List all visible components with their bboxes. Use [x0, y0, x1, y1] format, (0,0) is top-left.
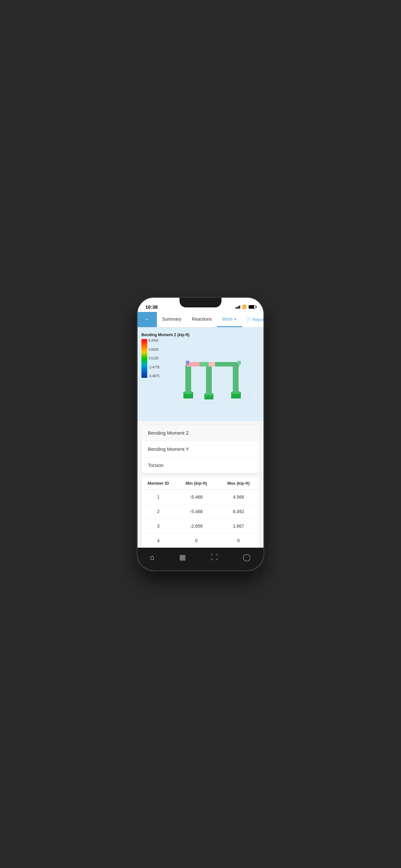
nav-tabs: Summary Reactions More ▼ — [157, 312, 242, 327]
report-icon: 📄 — [246, 317, 251, 322]
status-icons: 📶 — [235, 305, 256, 309]
back-button[interactable]: ← — [137, 312, 157, 327]
app-header: ← Summary Reactions More ▼ 📄 — [137, 312, 264, 328]
signal-icon — [235, 305, 240, 309]
cell-id-4: 4 — [142, 538, 175, 543]
table-row: 1 -5.468 4.566 — [142, 490, 259, 504]
cell-min-4: 0 — [175, 538, 218, 543]
nav-calculator[interactable]: ▦ — [179, 553, 186, 562]
bottom-nav: ⌂ ▦ ⛶ ◯ — [137, 548, 264, 570]
cell-max-1: 4.566 — [217, 494, 259, 500]
legend-bar: 6.4916 3.5018 0.5120 -2.4778 -5.4675 — [142, 339, 189, 378]
legend-val-2: 0.5120 — [149, 357, 159, 360]
cell-max-2: 6.492 — [217, 509, 259, 514]
wifi-icon: 📶 — [242, 305, 247, 309]
svg-line-10 — [249, 389, 251, 403]
col-min: Min (kip-ft) — [175, 481, 218, 486]
tab-more[interactable]: More ▼ — [217, 312, 242, 327]
dropdown-card: Bending Moment Z Bending Moment Y Torsio… — [142, 425, 259, 473]
legend-val-0: 6.4916 — [149, 339, 159, 342]
notch — [180, 298, 221, 307]
cell-max-4: 0 — [217, 538, 259, 543]
dropdown-item-bending-y[interactable]: Bending Moment Y — [142, 441, 259, 457]
folder-icon: ⛶ — [211, 553, 218, 562]
dropdown-item-bending-z[interactable]: Bending Moment Z — [142, 425, 259, 441]
dropdown-arrow-icon: ▼ — [234, 317, 237, 321]
calculator-icon: ▦ — [179, 553, 186, 562]
color-legend: Bending Moment Z (kip-ft) 6.4916 3.5018 … — [142, 333, 189, 378]
svg-rect-19 — [233, 365, 239, 393]
phone-screen: 10:38 📶 ← — [137, 298, 264, 570]
cell-max-3: 1.667 — [217, 523, 259, 529]
tab-summary[interactable]: Summary — [157, 312, 187, 327]
cell-id-3: 3 — [142, 523, 175, 529]
table-row: 3 -2.656 1.667 — [142, 519, 259, 533]
col-max: Max (kip-ft) — [217, 481, 259, 486]
table-row: 4 0 0 — [142, 533, 259, 548]
battery-icon — [249, 305, 256, 309]
legend-gradient — [142, 339, 147, 378]
cell-min-3: -2.656 — [175, 523, 218, 529]
legend-val-3: -2.4778 — [149, 366, 159, 369]
visualization-area: Bending Moment Z (kip-ft) 6.4916 3.5018 … — [137, 328, 264, 421]
content-area[interactable]: Bending Moment Z Bending Moment Y Torsio… — [137, 421, 264, 548]
nav-home[interactable]: ⌂ — [150, 553, 154, 562]
legend-labels: 6.4916 3.5018 0.5120 -2.4778 -5.4675 — [149, 339, 159, 378]
viz-title: Bending Moment Z (kip-ft) — [142, 333, 189, 337]
nav-account[interactable]: ◯ — [243, 553, 251, 562]
back-arrow-icon: ← — [144, 316, 150, 323]
svg-rect-25 — [238, 361, 241, 365]
cell-id-1: 1 — [142, 494, 175, 500]
data-table: Member ID Min (kip-ft) Max (kip-ft) 1 -5… — [142, 477, 259, 548]
status-time: 10:38 — [145, 304, 158, 310]
account-icon: ◯ — [243, 553, 251, 562]
table-header: Member ID Min (kip-ft) Max (kip-ft) — [142, 477, 259, 490]
report-button[interactable]: 📄 Report — [242, 312, 264, 327]
table-row: 2 -5.468 6.492 — [142, 504, 259, 519]
legend-val-1: 3.5018 — [149, 348, 159, 351]
tab-reactions[interactable]: Reactions — [187, 312, 217, 327]
cell-id-2: 2 — [142, 509, 175, 514]
svg-rect-22 — [209, 362, 215, 367]
svg-line-8 — [225, 389, 228, 403]
svg-line-4 — [173, 389, 183, 403]
svg-rect-18 — [206, 366, 212, 395]
app-content: ← Summary Reactions More ▼ 📄 — [137, 312, 264, 570]
col-member-id: Member ID — [142, 481, 175, 486]
nav-folder[interactable]: ⛶ — [211, 553, 218, 562]
home-icon: ⌂ — [150, 553, 154, 562]
cell-min-1: -5.468 — [175, 494, 218, 500]
cell-min-2: -5.468 — [175, 509, 218, 514]
dropdown-item-torsion[interactable]: Torsion — [142, 457, 259, 473]
phone-frame: 10:38 📶 ← — [137, 298, 264, 570]
legend-val-4: -5.4675 — [149, 375, 159, 378]
svg-rect-23 — [215, 362, 239, 367]
